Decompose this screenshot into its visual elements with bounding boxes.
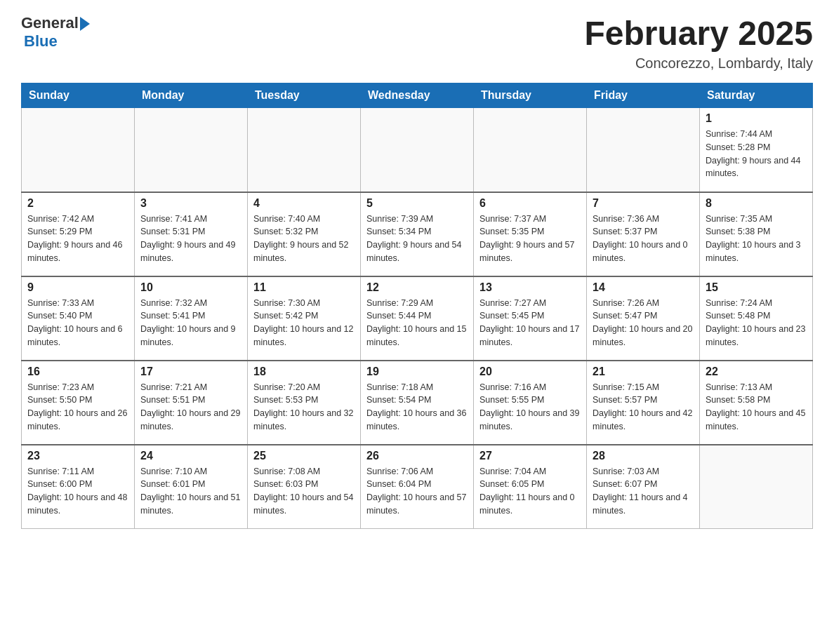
- day-info: Sunrise: 7:18 AM Sunset: 5:54 PM Dayligh…: [366, 381, 468, 434]
- calendar-day-cell: 27Sunrise: 7:04 AM Sunset: 6:05 PM Dayli…: [474, 445, 587, 529]
- day-info: Sunrise: 7:21 AM Sunset: 5:51 PM Dayligh…: [140, 381, 241, 434]
- location-subtitle: Concorezzo, Lombardy, Italy: [584, 55, 813, 72]
- day-number: 7: [593, 197, 694, 210]
- calendar-week-row: 1Sunrise: 7:44 AM Sunset: 5:28 PM Daylig…: [22, 108, 813, 192]
- day-number: 21: [593, 365, 694, 378]
- day-number: 8: [706, 197, 807, 210]
- day-info: Sunrise: 7:06 AM Sunset: 6:04 PM Dayligh…: [366, 465, 468, 518]
- page-header: General Blue February 2025 Concorezzo, L…: [21, 14, 813, 72]
- calendar-week-row: 9Sunrise: 7:33 AM Sunset: 5:40 PM Daylig…: [22, 276, 813, 361]
- title-section: February 2025 Concorezzo, Lombardy, Ital…: [584, 14, 813, 72]
- calendar-day-cell: 17Sunrise: 7:21 AM Sunset: 5:51 PM Dayli…: [135, 361, 248, 445]
- weekday-header: Tuesday: [248, 83, 361, 108]
- calendar-day-cell: 24Sunrise: 7:10 AM Sunset: 6:01 PM Dayli…: [135, 445, 248, 529]
- day-info: Sunrise: 7:37 AM Sunset: 5:35 PM Dayligh…: [479, 213, 581, 265]
- day-number: 19: [366, 365, 468, 378]
- day-number: 25: [253, 450, 355, 462]
- calendar-header-row: SundayMondayTuesdayWednesdayThursdayFrid…: [22, 83, 813, 108]
- day-number: 6: [479, 197, 581, 210]
- day-number: 27: [479, 450, 581, 462]
- day-info: Sunrise: 7:08 AM Sunset: 6:03 PM Dayligh…: [253, 465, 355, 518]
- day-number: 2: [27, 197, 128, 210]
- calendar-day-cell: 28Sunrise: 7:03 AM Sunset: 6:07 PM Dayli…: [587, 445, 700, 529]
- calendar-day-cell: [22, 108, 135, 192]
- calendar-day-cell: 18Sunrise: 7:20 AM Sunset: 5:53 PM Dayli…: [248, 361, 361, 445]
- day-number: 22: [706, 365, 807, 378]
- day-number: 28: [593, 450, 694, 462]
- day-number: 10: [140, 281, 241, 294]
- calendar-table: SundayMondayTuesdayWednesdayThursdayFrid…: [21, 83, 813, 529]
- weekday-header: Sunday: [22, 83, 135, 108]
- weekday-header: Wednesday: [361, 83, 474, 108]
- day-info: Sunrise: 7:11 AM Sunset: 6:00 PM Dayligh…: [27, 465, 128, 518]
- calendar-day-cell: 2Sunrise: 7:42 AM Sunset: 5:29 PM Daylig…: [22, 192, 135, 276]
- day-info: Sunrise: 7:27 AM Sunset: 5:45 PM Dayligh…: [479, 297, 581, 349]
- logo-arrow-icon: [80, 17, 90, 31]
- day-info: Sunrise: 7:39 AM Sunset: 5:34 PM Dayligh…: [366, 213, 468, 265]
- calendar-day-cell: 26Sunrise: 7:06 AM Sunset: 6:04 PM Dayli…: [361, 445, 474, 529]
- day-info: Sunrise: 7:36 AM Sunset: 5:37 PM Dayligh…: [593, 213, 694, 265]
- day-number: 5: [366, 197, 468, 210]
- calendar-day-cell: 16Sunrise: 7:23 AM Sunset: 5:50 PM Dayli…: [22, 361, 135, 445]
- day-info: Sunrise: 7:16 AM Sunset: 5:55 PM Dayligh…: [479, 381, 581, 434]
- weekday-header: Friday: [587, 83, 700, 108]
- day-number: 11: [253, 281, 355, 294]
- calendar-day-cell: 3Sunrise: 7:41 AM Sunset: 5:31 PM Daylig…: [135, 192, 248, 276]
- day-number: 3: [140, 197, 241, 210]
- day-info: Sunrise: 7:33 AM Sunset: 5:40 PM Dayligh…: [27, 297, 128, 349]
- calendar-day-cell: 10Sunrise: 7:32 AM Sunset: 5:41 PM Dayli…: [135, 276, 248, 361]
- day-info: Sunrise: 7:03 AM Sunset: 6:07 PM Dayligh…: [593, 465, 694, 518]
- calendar-day-cell: [361, 108, 474, 192]
- day-number: 15: [706, 281, 807, 294]
- day-info: Sunrise: 7:29 AM Sunset: 5:44 PM Dayligh…: [366, 297, 468, 349]
- day-number: 26: [366, 450, 468, 462]
- day-number: 13: [479, 281, 581, 294]
- calendar-day-cell: 19Sunrise: 7:18 AM Sunset: 5:54 PM Dayli…: [361, 361, 474, 445]
- day-info: Sunrise: 7:23 AM Sunset: 5:50 PM Dayligh…: [27, 381, 128, 434]
- calendar-day-cell: 14Sunrise: 7:26 AM Sunset: 5:47 PM Dayli…: [587, 276, 700, 361]
- calendar-day-cell: 11Sunrise: 7:30 AM Sunset: 5:42 PM Dayli…: [248, 276, 361, 361]
- month-title: February 2025: [584, 14, 813, 53]
- day-info: Sunrise: 7:15 AM Sunset: 5:57 PM Dayligh…: [593, 381, 694, 434]
- day-info: Sunrise: 7:35 AM Sunset: 5:38 PM Dayligh…: [706, 213, 807, 265]
- day-info: Sunrise: 7:13 AM Sunset: 5:58 PM Dayligh…: [706, 381, 807, 434]
- calendar-day-cell: 21Sunrise: 7:15 AM Sunset: 5:57 PM Dayli…: [587, 361, 700, 445]
- calendar-day-cell: 12Sunrise: 7:29 AM Sunset: 5:44 PM Dayli…: [361, 276, 474, 361]
- day-info: Sunrise: 7:40 AM Sunset: 5:32 PM Dayligh…: [253, 213, 355, 265]
- calendar-day-cell: [587, 108, 700, 192]
- calendar-day-cell: [474, 108, 587, 192]
- day-number: 17: [140, 365, 241, 378]
- day-number: 24: [140, 450, 241, 462]
- day-number: 4: [253, 197, 355, 210]
- calendar-day-cell: 4Sunrise: 7:40 AM Sunset: 5:32 PM Daylig…: [248, 192, 361, 276]
- calendar-day-cell: 5Sunrise: 7:39 AM Sunset: 5:34 PM Daylig…: [361, 192, 474, 276]
- weekday-header: Saturday: [700, 83, 813, 108]
- calendar-week-row: 2Sunrise: 7:42 AM Sunset: 5:29 PM Daylig…: [22, 192, 813, 276]
- calendar-week-row: 23Sunrise: 7:11 AM Sunset: 6:00 PM Dayli…: [22, 445, 813, 529]
- day-info: Sunrise: 7:26 AM Sunset: 5:47 PM Dayligh…: [593, 297, 694, 349]
- day-number: 1: [706, 112, 807, 125]
- day-number: 14: [593, 281, 694, 294]
- calendar-day-cell: 7Sunrise: 7:36 AM Sunset: 5:37 PM Daylig…: [587, 192, 700, 276]
- calendar-day-cell: 13Sunrise: 7:27 AM Sunset: 5:45 PM Dayli…: [474, 276, 587, 361]
- day-info: Sunrise: 7:42 AM Sunset: 5:29 PM Dayligh…: [27, 213, 128, 265]
- calendar-day-cell: 1Sunrise: 7:44 AM Sunset: 5:28 PM Daylig…: [700, 108, 813, 192]
- day-info: Sunrise: 7:10 AM Sunset: 6:01 PM Dayligh…: [140, 465, 241, 518]
- day-info: Sunrise: 7:32 AM Sunset: 5:41 PM Dayligh…: [140, 297, 241, 349]
- calendar-day-cell: 22Sunrise: 7:13 AM Sunset: 5:58 PM Dayli…: [700, 361, 813, 445]
- calendar-day-cell: 6Sunrise: 7:37 AM Sunset: 5:35 PM Daylig…: [474, 192, 587, 276]
- day-number: 9: [27, 281, 128, 294]
- day-info: Sunrise: 7:44 AM Sunset: 5:28 PM Dayligh…: [706, 128, 807, 180]
- weekday-header: Monday: [135, 83, 248, 108]
- calendar-week-row: 16Sunrise: 7:23 AM Sunset: 5:50 PM Dayli…: [22, 361, 813, 445]
- day-number: 16: [27, 365, 128, 378]
- calendar-day-cell: 8Sunrise: 7:35 AM Sunset: 5:38 PM Daylig…: [700, 192, 813, 276]
- day-info: Sunrise: 7:41 AM Sunset: 5:31 PM Dayligh…: [140, 213, 241, 265]
- calendar-day-cell: 20Sunrise: 7:16 AM Sunset: 5:55 PM Dayli…: [474, 361, 587, 445]
- calendar-day-cell: [248, 108, 361, 192]
- day-number: 23: [27, 450, 128, 462]
- calendar-day-cell: 15Sunrise: 7:24 AM Sunset: 5:48 PM Dayli…: [700, 276, 813, 361]
- logo-blue-text: Blue: [24, 32, 58, 51]
- logo: General Blue: [21, 14, 90, 51]
- logo-general-text: General: [21, 14, 79, 32]
